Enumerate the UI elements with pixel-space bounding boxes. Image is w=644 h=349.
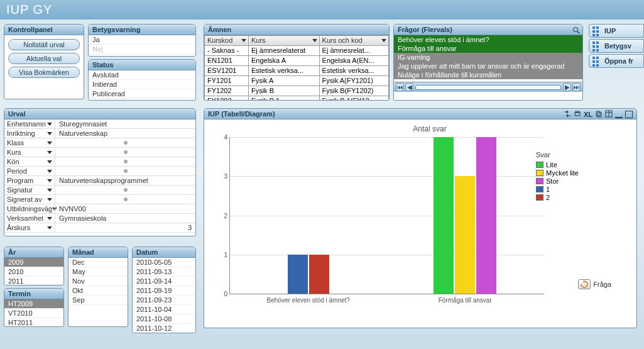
scroll-prev-icon[interactable]: ◀ [405, 83, 413, 91]
list-item[interactable]: Initierad [89, 80, 195, 89]
list-item[interactable]: VT2010 [4, 309, 63, 318]
list-item[interactable]: IG-varning [394, 53, 582, 62]
panel-title: Månad [68, 247, 128, 258]
list-item[interactable]: May [68, 267, 128, 277]
dropdown-arrow-icon[interactable] [47, 141, 52, 145]
list-item[interactable]: Ja [89, 35, 195, 45]
urval-row[interactable]: EnhetsnamnSturegymnasiet [4, 119, 195, 129]
bar [434, 137, 454, 294]
table-cell: FY1202 [205, 86, 249, 96]
tool-maximize-icon[interactable] [625, 111, 633, 118]
urval-label: Signatur [4, 186, 55, 194]
legend-item: Mycket lite [536, 169, 579, 177]
table-row[interactable]: - Saknas -Ej ämnesrelateratEj ämnesrelat… [205, 46, 389, 56]
column-header[interactable]: Kurs [248, 36, 319, 46]
list-item[interactable]: HT2011 [4, 318, 63, 327]
tool-swap-icon[interactable] [564, 110, 571, 119]
sidelink-oppna[interactable]: Öppna fr [589, 54, 644, 68]
urval-row[interactable]: InriktningNaturvetenskap [4, 129, 195, 138]
list-item[interactable]: 2010 [4, 267, 63, 277]
urval-row[interactable]: Kurs [4, 148, 195, 157]
urval-row[interactable]: Klass [4, 138, 195, 148]
tool-copy-icon[interactable] [595, 110, 603, 119]
urval-row[interactable]: ProgramNaturvetenskapsprogrammet [4, 176, 195, 186]
list-item[interactable]: Okt [68, 286, 128, 296]
dropdown-arrow-icon[interactable] [241, 39, 246, 42]
list-item[interactable]: 2011-10-08 [133, 314, 195, 324]
reset-selection-button[interactable]: Nollställ urval [8, 39, 80, 50]
list-item[interactable]: 2011-09-19 [133, 286, 195, 296]
tool-minimize-icon[interactable] [615, 111, 623, 118]
current-selection-button[interactable]: Aktuella val [8, 53, 80, 64]
list-item[interactable]: 2011-10-04 [133, 305, 195, 314]
fragor-scrollbar[interactable]: ⏮ ◀ ▶ ⏭ [394, 82, 582, 92]
legend-swatch [536, 194, 543, 201]
table-row[interactable]: FY1202Fysik BFysik B(FY1202) [205, 86, 389, 96]
dropdown-arrow-icon[interactable] [47, 179, 52, 182]
scroll-next-icon[interactable]: ▶ [563, 83, 571, 91]
scroll-track[interactable] [415, 85, 561, 90]
dropdown-arrow-icon[interactable] [47, 198, 52, 201]
column-header[interactable]: Kurskod [205, 36, 249, 46]
dropdown-arrow-icon[interactable] [47, 170, 52, 173]
list-item[interactable]: 2011-09-13 [133, 267, 195, 277]
table-row[interactable]: EN1201Engelska AEngelska A(EN... [205, 56, 389, 66]
tool-table-icon[interactable] [605, 110, 613, 119]
list-item[interactable]: 2009 [4, 258, 63, 267]
x-category: Förmåga till ansvar [439, 297, 492, 304]
panel-title: År [4, 247, 63, 258]
table-row[interactable]: ESV1201Estetisk verksa...Estetisk verksa… [205, 66, 389, 76]
dropdown-arrow-icon[interactable] [47, 151, 52, 154]
list-item[interactable]: Jag upplever att mitt barn tar ansvar oc… [394, 62, 582, 70]
list-item[interactable]: Förmåga till ansvar [394, 44, 582, 53]
list-item[interactable]: Nov [68, 277, 128, 286]
amnen-table[interactable]: KurskodKursKurs och kod- Saknas -Ej ämne… [204, 35, 389, 101]
column-header[interactable]: Kurs och kod [319, 36, 388, 46]
list-item[interactable]: 2011-09-14 [133, 277, 195, 286]
scroll-first-icon[interactable]: ⏮ [396, 83, 404, 91]
list-item[interactable]: Nuläge i förhållande till kursmålen [394, 70, 582, 79]
dropdown-arrow-icon[interactable] [47, 132, 52, 135]
urval-row[interactable]: UtbildningsvägNVNV00 [4, 204, 195, 214]
dropdown-arrow-icon[interactable] [47, 189, 52, 192]
list-item[interactable]: 2010-05-05 [133, 258, 195, 267]
dropdown-arrow-icon[interactable] [381, 39, 386, 42]
scroll-last-icon[interactable]: ⏭ [572, 83, 581, 91]
urval-row[interactable]: Signatur [4, 186, 195, 195]
table-row[interactable]: FY1201Fysik AFysik A(FY1201) [205, 76, 389, 86]
dropdown-arrow-icon[interactable] [47, 123, 52, 126]
urval-label: Program [4, 177, 55, 184]
urval-row[interactable]: Signerat av [4, 195, 195, 204]
urval-value [55, 167, 195, 175]
urval-value: Naturvetenskapsprogrammet [55, 176, 195, 185]
tool-xl[interactable]: XL [584, 111, 592, 118]
list-item[interactable]: HT2009 [4, 299, 63, 309]
search-icon[interactable] [572, 26, 580, 34]
dropdown-arrow-icon[interactable] [312, 39, 317, 42]
dropdown-arrow-icon[interactable] [47, 160, 52, 163]
dropdown-arrow-icon[interactable] [47, 226, 52, 230]
tool-print-icon[interactable] [574, 110, 581, 119]
urval-row[interactable]: VerksamhetGymnasieskola [4, 214, 195, 223]
list-item[interactable]: 2011-10-12 [133, 324, 195, 332]
show-bookmarks-button[interactable]: Visa Bokmärken [8, 67, 80, 78]
urval-row[interactable]: Årskurs3 [4, 223, 195, 233]
sidelink-iup[interactable]: IUP [589, 24, 644, 38]
list-item[interactable]: Nej [89, 45, 195, 54]
urval-row[interactable]: Period [4, 167, 195, 176]
table-cell: - Saknas - [205, 46, 249, 56]
list-item[interactable]: Publicerad [89, 89, 195, 99]
list-item[interactable]: Behöver eleven stöd i ämnet? [394, 35, 582, 44]
list-item[interactable]: Avslutad [89, 70, 195, 80]
list-item[interactable]: Dec [68, 258, 128, 267]
urval-row[interactable]: Kön [4, 157, 195, 167]
sidelink-label: IUP [604, 27, 616, 35]
list-item[interactable]: 2011-09-23 [133, 296, 195, 305]
cycle-button[interactable] [578, 279, 591, 289]
urval-value [55, 157, 195, 166]
list-item[interactable]: 2011 [4, 277, 63, 285]
list-item[interactable]: Sep [68, 296, 128, 305]
dropdown-arrow-icon[interactable] [47, 217, 52, 220]
sidelink-betygsv[interactable]: Betygsv [589, 39, 644, 53]
table-row[interactable]: FY1202Fysik B 1Fysik B 1(FY12... [205, 96, 389, 101]
